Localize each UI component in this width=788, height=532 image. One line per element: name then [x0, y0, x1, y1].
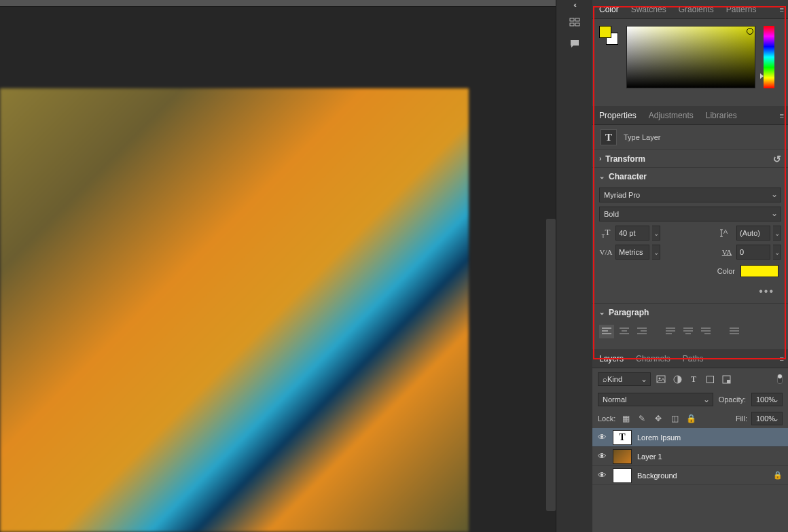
layer-list: 👁 T Lorem Ipsum 👁 Layer 1 👁 Background 🔒	[592, 428, 788, 532]
foreground-color-swatch[interactable]	[599, 26, 611, 38]
collapse-dock-icon[interactable]: ‹‹	[573, 1, 575, 11]
align-right-button[interactable]	[634, 325, 649, 338]
tab-paths[interactable]: Paths	[683, 350, 704, 368]
kerning-input[interactable]: Metrics	[615, 245, 649, 260]
tab-libraries[interactable]: Libraries	[706, 107, 737, 124]
lock-artboard-icon[interactable]: ◫	[668, 414, 681, 423]
layer-item[interactable]: 👁 Background 🔒	[592, 466, 788, 485]
svg-rect-8	[706, 376, 713, 383]
text-color-label: Color	[717, 267, 735, 275]
tab-layers[interactable]: Layers	[599, 350, 624, 368]
layer-thumbnail-background[interactable]	[613, 468, 632, 483]
lock-transparency-icon[interactable]: ▦	[620, 414, 632, 423]
text-color-swatch[interactable]	[740, 265, 778, 277]
more-options-icon[interactable]: •••	[599, 283, 781, 300]
canvas-area	[0, 0, 556, 532]
color-panel: Color Swatches Gradients Patterns ≡	[592, 0, 788, 106]
transform-section-header[interactable]: › Transform ↺	[592, 149, 788, 167]
filter-kind-select[interactable]: ⌕ Kind	[598, 372, 651, 386]
tab-swatches[interactable]: Swatches	[631, 1, 666, 18]
layer-item[interactable]: 👁 Layer 1	[592, 447, 788, 466]
options-bar-fragment	[0, 0, 556, 7]
font-family-select[interactable]: Myriad Pro	[599, 188, 781, 202]
filter-type-icon[interactable]: T	[687, 373, 700, 385]
layers-panel-tabs: Layers Channels Paths ≡	[592, 349, 788, 368]
layer-thumbnail-type[interactable]: T	[613, 430, 632, 445]
properties-panel-menu-icon[interactable]: ≡	[780, 111, 784, 120]
chevron-right-icon[interactable]: ›	[599, 155, 601, 162]
visibility-toggle-icon[interactable]: 👁	[598, 451, 607, 461]
paragraph-section-header[interactable]: ⌄ Paragraph	[592, 303, 788, 321]
blend-mode-row: Normal Opacity: 100%	[592, 390, 788, 409]
layers-panel-menu-icon[interactable]: ≡	[780, 355, 784, 363]
svg-text:A: A	[723, 228, 728, 235]
chevron-down-icon[interactable]: ⌄	[599, 173, 605, 180]
document-canvas[interactable]	[0, 88, 469, 532]
paragraph-section-body	[592, 321, 788, 342]
layers-panel: Layers Channels Paths ≡ ⌕ Kind T Normal …	[592, 349, 788, 532]
visibility-toggle-icon[interactable]: 👁	[598, 470, 607, 480]
filter-adjustment-icon[interactable]	[671, 373, 683, 385]
opacity-input[interactable]: 100%	[751, 393, 783, 406]
filter-pixel-icon[interactable]	[655, 373, 667, 385]
chevron-down-icon[interactable]: ⌄	[599, 308, 605, 316]
hue-slider[interactable]	[764, 26, 774, 88]
character-section-header[interactable]: ⌄ Character	[592, 167, 788, 185]
filter-smartobject-icon[interactable]	[720, 373, 732, 385]
properties-panel: Properties Adjustments Libraries ≡ T Typ…	[592, 106, 788, 349]
align-center-button[interactable]	[617, 325, 632, 338]
font-style-select[interactable]: Bold	[599, 207, 781, 221]
justify-all-button[interactable]	[727, 325, 742, 338]
kerning-dropdown[interactable]: ⌄	[652, 245, 660, 260]
layer-item[interactable]: 👁 T Lorem Ipsum	[592, 428, 788, 447]
tab-properties[interactable]: Properties	[599, 107, 637, 124]
svg-point-6	[659, 378, 661, 380]
justify-center-button[interactable]	[681, 325, 696, 338]
color-picker-cursor[interactable]	[747, 28, 753, 35]
layer-name[interactable]: Layer 1	[637, 453, 662, 461]
svg-rect-2	[570, 23, 574, 26]
character-section-title: Character	[609, 172, 647, 181]
tab-channels[interactable]: Channels	[636, 350, 670, 368]
panel-icon-1[interactable]	[565, 12, 585, 33]
color-panel-menu-icon[interactable]: ≡	[780, 5, 784, 14]
lock-all-icon[interactable]: 🔒	[685, 414, 697, 423]
lock-pixels-icon[interactable]: ✎	[636, 414, 648, 423]
tab-adjustments[interactable]: Adjustments	[649, 107, 694, 124]
font-size-dropdown[interactable]: ⌄	[652, 226, 660, 241]
layer-thumbnail-image[interactable]	[613, 449, 632, 464]
tab-gradients[interactable]: Gradients	[679, 1, 714, 18]
transform-section-title: Transform	[605, 154, 645, 164]
panels-column: Color Swatches Gradients Patterns ≡ Prop…	[592, 0, 788, 532]
layer-name[interactable]: Background	[637, 472, 677, 480]
leading-icon: A	[720, 228, 734, 238]
fill-input[interactable]: 100%	[751, 412, 783, 425]
blend-mode-select[interactable]: Normal	[598, 393, 713, 406]
justify-right-button[interactable]	[698, 325, 713, 338]
reset-icon[interactable]: ↺	[773, 154, 781, 164]
properties-panel-body: T Type Layer › Transform ↺ ⌄ Character M…	[592, 125, 788, 349]
lock-label: Lock:	[598, 414, 615, 423]
filter-toggle[interactable]	[777, 374, 783, 384]
comment-icon[interactable]	[565, 34, 585, 54]
align-left-button[interactable]	[599, 325, 614, 338]
tab-color[interactable]: Color	[599, 1, 619, 18]
lock-position-icon[interactable]: ✥	[652, 414, 664, 423]
color-panel-body	[592, 19, 788, 106]
filter-shape-icon[interactable]	[704, 373, 716, 385]
justify-left-button[interactable]	[663, 325, 678, 338]
leading-input[interactable]: (Auto)	[736, 226, 770, 241]
color-field[interactable]	[626, 26, 755, 88]
layer-type-row: T Type Layer	[592, 125, 788, 149]
tracking-input[interactable]: 0	[736, 245, 770, 260]
layer-type-label: Type Layer	[624, 133, 660, 141]
vertical-scrollbar[interactable]	[546, 219, 556, 511]
tab-patterns[interactable]: Patterns	[726, 1, 757, 18]
font-size-input[interactable]: 40 pt	[615, 226, 649, 241]
layer-name[interactable]: Lorem Ipsum	[637, 433, 681, 442]
visibility-toggle-icon[interactable]: 👁	[598, 432, 607, 442]
leading-dropdown[interactable]: ⌄	[773, 226, 781, 241]
tracking-icon: VA	[720, 248, 734, 256]
foreground-background-swatch[interactable]	[599, 26, 618, 45]
tracking-dropdown[interactable]: ⌄	[773, 245, 781, 260]
